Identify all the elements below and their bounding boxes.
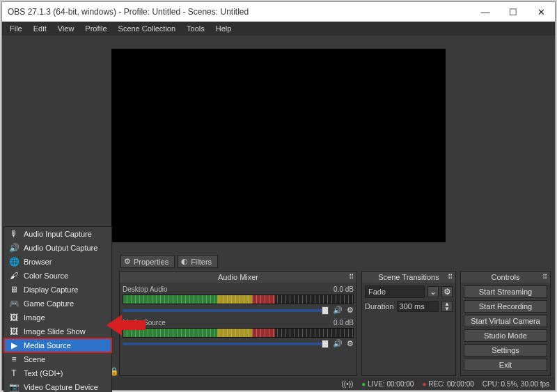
rec-status: ● REC: 00:00:00 [422, 380, 473, 388]
menu-help[interactable]: Help [211, 23, 237, 34]
minimize-button[interactable]: — [471, 3, 499, 21]
mixer-channel-desktop-audio: Desktop Audio 0.0 dB 🔊 ⚙ [123, 285, 354, 315]
image-icon: 🖼 [8, 313, 19, 322]
menu-image[interactable]: 🖼Image [4, 311, 111, 324]
titlebar: OBS 27.1.3 (64-bit, windows) - Profile: … [2, 2, 555, 22]
studio-mode-button[interactable]: Studio Mode [464, 329, 547, 342]
live-status: ● LIVE: 00:00:00 [361, 380, 414, 388]
channel-name: Desktop Audio [123, 285, 168, 293]
audio-mixer-body: Desktop Audio 0.0 dB 🔊 ⚙ Media Source [120, 283, 356, 375]
window-title: OBS 27.1.3 (64-bit, windows) - Profile: … [8, 7, 249, 17]
maximize-icon: ☐ [509, 7, 517, 17]
menubar: File Edit View Profile Scene Collection … [2, 22, 555, 36]
menu-audio-output-capture[interactable]: 🔊Audio Output Capture [4, 241, 111, 255]
dock-menu-icon[interactable]: ⠿ [448, 273, 453, 281]
preview-area [2, 36, 555, 252]
close-icon: ✕ [538, 7, 545, 17]
duration-stepper[interactable]: ▲▼ [441, 301, 453, 312]
slideshow-icon: 🖼 [8, 327, 19, 336]
transition-settings-button[interactable]: ⚙ [441, 286, 453, 297]
close-button[interactable]: ✕ [527, 3, 555, 21]
minimize-icon: — [481, 7, 490, 17]
filters-icon: ◐ [181, 257, 188, 266]
add-source-context-menu: 🎙Audio Input Capture 🔊Audio Output Captu… [3, 226, 112, 392]
camera-icon: 📷 [8, 382, 19, 392]
network-icon: ((•)) [342, 380, 354, 388]
menu-color-source[interactable]: 🖌Color Source [4, 269, 111, 283]
dock-menu-icon[interactable]: ⠿ [542, 273, 547, 281]
controls-title: Controls ⠿ [461, 272, 550, 283]
duration-input[interactable] [397, 301, 439, 312]
scene-transitions-body: Fade ⌄ ⚙ Duration ▲▼ [362, 283, 455, 375]
menu-scene[interactable]: ≡Scene [4, 352, 111, 366]
mixer-channel-media-source: Media Source 0.0 dB 🔊 ⚙ [123, 319, 354, 348]
mic-icon: 🎙 [8, 229, 19, 239]
speaker-icon[interactable]: 🔊 [333, 339, 343, 348]
channel-gear-icon[interactable]: ⚙ [347, 306, 354, 315]
speaker-icon: 🔊 [8, 243, 19, 253]
settings-button[interactable]: Settings [464, 344, 547, 356]
start-streaming-button[interactable]: Start Streaming [464, 285, 547, 298]
gamepad-icon: 🎮 [8, 299, 19, 308]
svg-marker-0 [107, 315, 146, 336]
play-icon: ▶ [8, 340, 19, 350]
transition-caret-icon[interactable]: ⌄ [427, 286, 439, 297]
scene-transitions-dock: Scene Transitions ⠿ Fade ⌄ ⚙ Duration ▲▼ [361, 271, 456, 376]
duration-label: Duration [365, 302, 394, 311]
menu-browser[interactable]: 🌐Browser [4, 255, 111, 269]
globe-icon: 🌐 [8, 257, 19, 267]
scene-transitions-title: Scene Transitions ⠿ [362, 272, 455, 283]
menu-video-capture-device[interactable]: 📷Video Capture Device [4, 380, 111, 392]
menu-edit[interactable]: Edit [29, 23, 52, 34]
volume-slider[interactable] [123, 309, 329, 312]
dock-menu-icon[interactable]: ⠿ [349, 273, 354, 281]
menu-profile[interactable]: Profile [80, 23, 111, 34]
menu-display-capture[interactable]: 🖥Display Capture [4, 283, 111, 297]
menu-tools[interactable]: Tools [182, 23, 210, 34]
client-area: ⚙ Properties ◐ Filters Audio Mixer ⠿ Des… [2, 36, 555, 390]
controls-body: Start Streaming Start Recording Start Vi… [461, 283, 550, 375]
monitor-icon: 🖥 [8, 285, 19, 295]
cpu-status: CPU: 0.5%, 30.00 fps [483, 380, 549, 388]
transition-select[interactable]: Fade [365, 285, 425, 298]
menu-game-capture[interactable]: 🎮Game Capture [4, 297, 111, 311]
audio-mixer-title: Audio Mixer ⠿ [120, 272, 356, 283]
menu-scene-collection[interactable]: Scene Collection [113, 23, 181, 34]
channel-gear-icon[interactable]: ⚙ [347, 339, 354, 348]
properties-button[interactable]: ⚙ Properties [120, 255, 175, 268]
volume-meter [123, 328, 354, 338]
menu-view[interactable]: View [53, 23, 79, 34]
preview-canvas[interactable] [111, 49, 446, 242]
callout-arrow-icon [107, 313, 146, 337]
speaker-icon[interactable]: 🔊 [333, 306, 343, 315]
scene-icon: ≡ [8, 354, 19, 364]
channel-level: 0.0 dB [334, 319, 354, 327]
volume-meter [123, 295, 354, 304]
filters-label: Filters [191, 258, 212, 266]
start-virtual-camera-button[interactable]: Start Virtual Camera [464, 315, 547, 327]
menu-media-source[interactable]: ▶Media Source [4, 338, 111, 352]
app-window: OBS 27.1.3 (64-bit, windows) - Profile: … [1, 1, 556, 391]
gear-icon: ⚙ [124, 257, 131, 266]
volume-slider[interactable] [123, 343, 329, 345]
channel-level: 0.0 dB [334, 285, 354, 293]
audio-mixer-dock: Audio Mixer ⠿ Desktop Audio 0.0 dB 🔊 [119, 271, 357, 376]
menu-image-slide-show[interactable]: 🖼Image Slide Show [4, 324, 111, 338]
brush-icon: 🖌 [8, 271, 19, 281]
menu-audio-input-capture[interactable]: 🎙Audio Input Capture [4, 227, 111, 241]
maximize-button[interactable]: ☐ [499, 3, 527, 21]
filters-button[interactable]: ◐ Filters [178, 255, 218, 268]
text-icon: T [8, 368, 19, 378]
start-recording-button[interactable]: Start Recording [464, 300, 547, 313]
properties-label: Properties [134, 258, 168, 266]
menu-text-gdi[interactable]: TText (GDI+) [4, 366, 111, 380]
controls-dock: Controls ⠿ Start Streaming Start Recordi… [460, 271, 551, 376]
menu-file[interactable]: File [5, 23, 27, 34]
exit-button[interactable]: Exit [464, 359, 547, 371]
